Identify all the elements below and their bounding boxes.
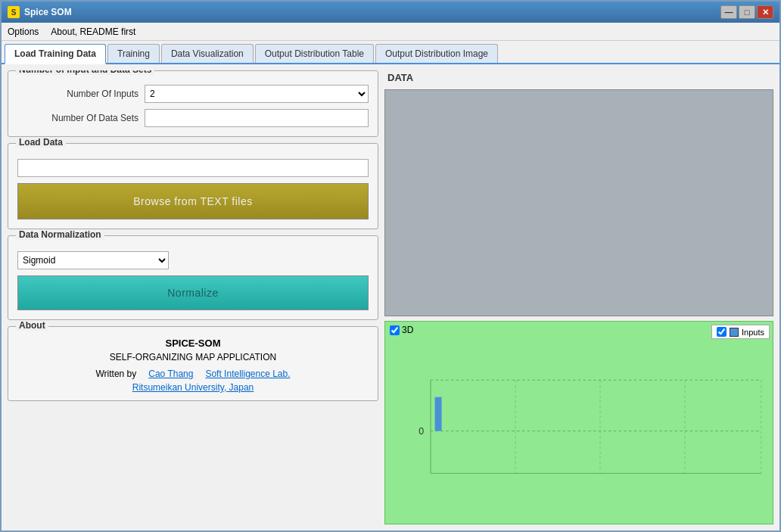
content-area: Number of Input and Data Sets Number Of … xyxy=(2,64,779,530)
menu-options[interactable]: Options xyxy=(2,25,45,39)
num-datasets-row: Number Of Data Sets 100 xyxy=(17,109,369,127)
num-inputs-label: Number Of Inputs xyxy=(17,89,138,99)
main-window: S Spice SOM — □ ✕ Options About, README … xyxy=(0,0,781,532)
load-data-title: Load Data xyxy=(16,137,66,148)
inputs-legend-checkbox[interactable] xyxy=(717,327,727,337)
app-subtitle: SELF-ORGANIZING MAP APPLICATION xyxy=(17,352,369,362)
menu-bar: Options About, README first xyxy=(2,23,779,41)
app-name: SPICE-SOM xyxy=(17,338,369,349)
input-datasets-group: Number of Input and Data Sets Number Of … xyxy=(8,70,378,137)
author-link[interactable]: Cao Thang xyxy=(148,369,193,379)
tab-output-distribution-image[interactable]: Output Distribution Image xyxy=(375,44,498,63)
normalize-button[interactable]: Normalize xyxy=(17,275,369,310)
tab-training[interactable]: Training xyxy=(107,44,160,63)
right-panel: DATA 3D Inputs xyxy=(384,70,773,524)
chart-svg: 0 xyxy=(388,341,770,521)
title-bar: S Spice SOM — □ ✕ xyxy=(2,2,779,23)
normalization-title: Data Normalization xyxy=(16,229,104,240)
num-inputs-row: Number Of Inputs 1 2 3 4 5 xyxy=(17,85,369,103)
about-group: About SPICE-SOM SELF-ORGANIZING MAP APPL… xyxy=(8,326,378,401)
close-button[interactable]: ✕ xyxy=(757,5,773,19)
minimize-button[interactable]: — xyxy=(720,5,737,19)
tab-output-distribution-table[interactable]: Output Distribution Table xyxy=(255,44,374,63)
input-datasets-title: Number of Input and Data Sets xyxy=(16,70,154,75)
data-section-label: DATA xyxy=(384,70,773,85)
file-path-input[interactable] xyxy=(17,159,369,177)
checkbox-3d-text: 3D xyxy=(402,325,413,335)
load-data-group: Load Data Browse from TEXT files xyxy=(8,143,378,229)
num-datasets-input[interactable]: 100 xyxy=(145,109,369,127)
data-display xyxy=(384,89,773,316)
chart-inner: 0 xyxy=(385,338,773,524)
window-title: Spice SOM xyxy=(24,7,716,17)
chart-toolbar: 3D Inputs xyxy=(385,322,773,338)
chart-area: 3D Inputs xyxy=(384,321,773,524)
normalization-method-select[interactable]: Sigmoid Linear None xyxy=(17,251,169,269)
svg-rect-5 xyxy=(435,397,442,431)
num-datasets-label: Number Of Data Sets xyxy=(17,113,138,123)
menu-about[interactable]: About, README first xyxy=(45,25,142,39)
about-written-by-row: Written by Cao Thang Soft Intelligence L… xyxy=(17,369,369,379)
maximize-button[interactable]: □ xyxy=(739,5,755,19)
tabs-bar: Load Training Data Training Data Visuali… xyxy=(2,41,779,64)
written-by-label: Written by xyxy=(95,369,136,379)
window-controls: — □ ✕ xyxy=(720,5,773,19)
left-panel: Number of Input and Data Sets Number Of … xyxy=(8,70,378,524)
num-inputs-select[interactable]: 1 2 3 4 5 xyxy=(145,85,369,103)
data-display-inner xyxy=(385,90,773,316)
university-link[interactable]: Ritsumeikan University, Japan xyxy=(17,382,369,393)
svg-text:0: 0 xyxy=(419,426,424,437)
about-content: SPICE-SOM SELF-ORGANIZING MAP APPLICATIO… xyxy=(17,338,369,393)
tab-load-training-data[interactable]: Load Training Data xyxy=(5,44,106,64)
legend-label: Inputs xyxy=(742,328,764,337)
lab-link[interactable]: Soft Intelligence Lab. xyxy=(205,369,290,379)
normalization-group: Data Normalization Sigmoid Linear None N… xyxy=(8,235,378,320)
file-input-row xyxy=(17,159,369,177)
checkbox-3d-label[interactable]: 3D xyxy=(390,325,413,335)
inputs-legend: Inputs xyxy=(711,325,770,339)
normalize-select-row: Sigmoid Linear None xyxy=(17,251,369,269)
about-title: About xyxy=(16,320,48,331)
tab-data-visualization[interactable]: Data Visualization xyxy=(161,44,254,63)
app-icon: S xyxy=(8,6,20,18)
legend-color-box xyxy=(730,328,739,337)
browse-button[interactable]: Browse from TEXT files xyxy=(17,183,369,219)
checkbox-3d[interactable] xyxy=(390,325,400,335)
